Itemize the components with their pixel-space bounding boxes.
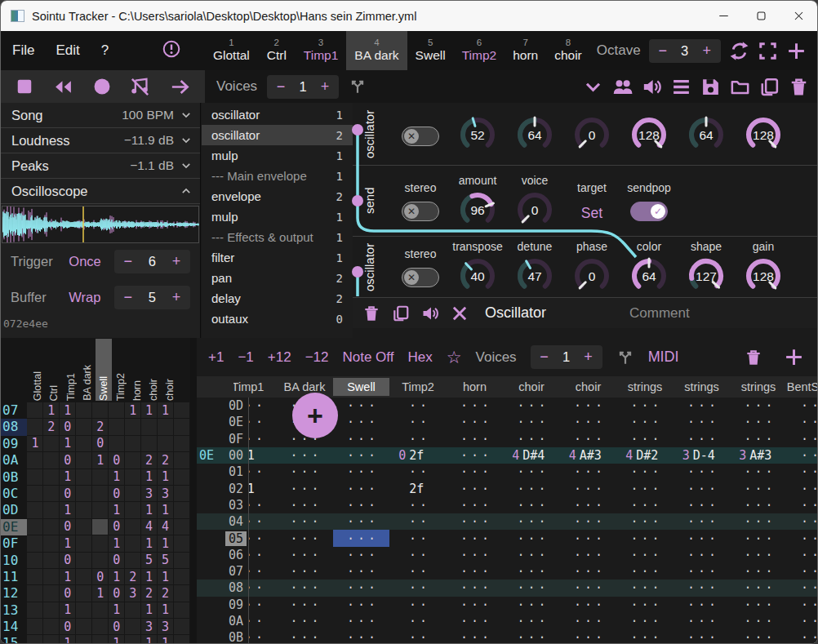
fullscreen-icon[interactable] (758, 41, 778, 61)
note-cell[interactable]: ··· (248, 464, 276, 480)
pattern-cell[interactable] (125, 419, 141, 435)
track-header-timp1[interactable]: Timp1 (233, 380, 276, 393)
unit-list-item-pan[interactable]: pan2 (202, 268, 353, 288)
chevron-down-icon[interactable] (180, 135, 192, 146)
note-cell[interactable]: ··· (276, 497, 333, 513)
note-cell[interactable]: ··· (674, 613, 731, 629)
pattern-cell[interactable] (27, 585, 43, 602)
note-row-number[interactable]: 0E (225, 415, 247, 429)
note-cell[interactable]: ··· (730, 431, 787, 447)
pattern-row-number[interactable]: 0D (1, 502, 27, 518)
octave-minus-button[interactable]: − (652, 42, 674, 60)
pattern-cell[interactable] (43, 502, 60, 518)
pattern-row-number[interactable]: 0C (1, 486, 27, 502)
note-cell[interactable]: ··· (333, 563, 390, 580)
note-cell[interactable]: ··· (616, 398, 674, 414)
split-track-icon[interactable] (616, 349, 634, 366)
note-cell[interactable]: ··· (787, 613, 818, 629)
note-cell[interactable]: ··· (333, 597, 390, 613)
pattern-cell[interactable]: 1 (141, 469, 158, 486)
note-cell[interactable]: ··· (503, 480, 560, 496)
pattern-cell[interactable] (43, 585, 60, 602)
knob-amount[interactable]: 96 (458, 189, 497, 229)
pattern-cell[interactable] (76, 635, 92, 644)
note-cell[interactable]: ··· (333, 580, 390, 596)
pattern-cell[interactable] (27, 535, 43, 552)
maximize-button[interactable] (742, 1, 780, 31)
pattern-cell[interactable] (109, 402, 125, 419)
knob-param[interactable]: 52 (458, 114, 497, 153)
delete-track-icon[interactable] (745, 349, 762, 366)
pattern-cell[interactable]: 0 (109, 452, 125, 469)
song-row[interactable]: Song 100 BPM (1, 103, 200, 128)
note-cell[interactable]: ··· (276, 513, 333, 530)
pattern-cell[interactable] (92, 635, 109, 644)
pattern-cell[interactable]: 1 (92, 452, 109, 469)
pattern-cell[interactable]: 1 (158, 635, 174, 644)
note-cell[interactable]: ··· (248, 547, 276, 563)
pattern-column-header-ba-dark[interactable]: BA dark (79, 342, 96, 401)
pattern-cell[interactable] (76, 535, 92, 552)
note-cell[interactable]: ··· (447, 398, 504, 414)
note-cell[interactable]: ··· (674, 563, 731, 580)
pattern-cell[interactable] (76, 502, 92, 518)
knob-transpose[interactable]: 40 (458, 255, 497, 295)
track-voices-minus-button[interactable]: − (534, 349, 555, 366)
chevron-down-icon[interactable] (583, 77, 603, 97)
pattern-cell[interactable]: 1 (60, 502, 76, 518)
voices-minus-button[interactable]: − (270, 78, 291, 95)
note-cell[interactable]: ··· (616, 431, 674, 447)
minimize-button[interactable] (705, 1, 742, 31)
pattern-cell[interactable] (125, 619, 141, 635)
pattern-cell[interactable] (125, 436, 141, 452)
note-cell[interactable]: ··· (674, 629, 731, 644)
pattern-cell[interactable]: 2 (141, 585, 158, 602)
pattern-cell[interactable] (125, 535, 141, 552)
knob-voice[interactable]: 0 (515, 189, 554, 229)
note-row-number[interactable]: 08 (225, 580, 247, 595)
pattern-row-number[interactable]: 0F (1, 535, 27, 552)
pattern-cell[interactable] (76, 452, 92, 469)
note-cell[interactable]: ··· (276, 613, 333, 629)
note-cell[interactable]: ··· (730, 480, 787, 496)
note-cell[interactable]: -1 (248, 447, 276, 464)
pattern-cell[interactable] (43, 519, 60, 535)
stop-icon[interactable] (16, 78, 33, 95)
buffer-mode-button[interactable]: Wrap (69, 290, 113, 305)
note-cell[interactable]: ··· (674, 398, 731, 414)
note-cell[interactable]: ··· (503, 547, 560, 563)
note-cell[interactable]: ··· (560, 629, 617, 644)
pattern-cell[interactable]: 0 (60, 452, 76, 469)
copy-unit-icon[interactable] (392, 304, 410, 322)
note-cell[interactable]: ··· (447, 464, 504, 480)
pattern-cell[interactable] (92, 402, 109, 419)
trash-icon[interactable] (789, 77, 809, 97)
note-row-number[interactable]: 04 (225, 514, 247, 529)
pattern-column-header-ctrl[interactable]: Ctrl (46, 342, 62, 401)
pattern-cell[interactable]: 1 (109, 635, 125, 644)
pattern-cell[interactable] (27, 602, 43, 619)
instrument-tab-horn[interactable]: 7horn (505, 31, 546, 70)
unit-list-item--main-envelope[interactable]: --- Main envelope1 (202, 166, 353, 186)
midi-button[interactable]: MIDI (648, 349, 679, 366)
pattern-cell[interactable]: 1 (141, 569, 158, 585)
alert-circle-icon[interactable] (162, 40, 180, 58)
pattern-cell[interactable]: 1 (141, 502, 158, 518)
note-cell[interactable]: ·· (389, 563, 447, 580)
speaker-icon[interactable] (642, 77, 662, 97)
note-cell[interactable]: 4D#4 (503, 447, 560, 464)
unit-list-item-outaux[interactable]: outaux0 (202, 309, 353, 329)
note-cell[interactable]: ··· (674, 547, 731, 563)
pattern-row-number[interactable]: 07 (1, 402, 27, 419)
pattern-cell[interactable]: 1 (158, 535, 174, 552)
pattern-cell[interactable] (27, 469, 43, 486)
transpose-plus1-button[interactable]: +1 (208, 349, 224, 366)
pattern-cell[interactable] (92, 519, 109, 535)
loudness-row[interactable]: Loudness −11.9 dB (1, 128, 200, 153)
pattern-cell[interactable]: 5 (141, 553, 158, 569)
menu-help[interactable]: ? (101, 42, 109, 59)
note-cell[interactable]: ··· (503, 497, 560, 513)
note-cell[interactable]: ··· (276, 480, 333, 496)
unit-list-item-delay[interactable]: delay2 (202, 288, 353, 309)
note-row-number[interactable]: 02 (225, 482, 247, 496)
